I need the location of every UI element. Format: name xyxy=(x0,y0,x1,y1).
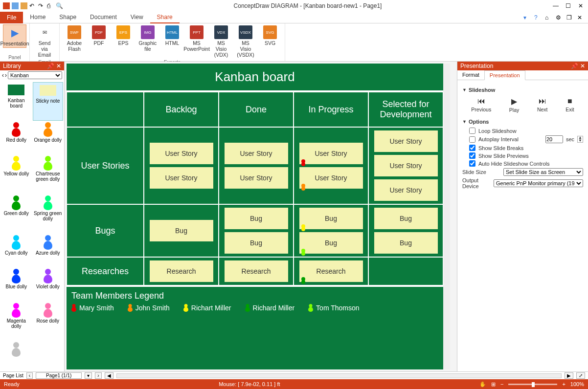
zoom-value[interactable]: 100% xyxy=(570,381,584,387)
export-adobe-flash-button[interactable]: SWFAdobe Flash xyxy=(63,24,86,53)
autoplay-value[interactable] xyxy=(545,135,563,143)
export-graphic-file-button[interactable]: IMGGraphic file xyxy=(136,24,159,53)
horizontal-scrollbar[interactable] xyxy=(116,373,562,378)
export-html-button[interactable]: HTMLHTML xyxy=(160,24,184,47)
library-item-spring-green-dolly[interactable]: Spring green dolly xyxy=(33,195,64,234)
library-item-red-dolly[interactable]: Red dolly xyxy=(1,122,32,155)
library-item-blue-dolly[interactable]: Blue dolly xyxy=(1,268,32,302)
tab-presentation[interactable]: Presentation xyxy=(484,70,525,80)
kanban-cell[interactable]: User StoryUser Story xyxy=(219,127,294,204)
library-item-rose-dolly[interactable]: Rose dolly xyxy=(33,303,64,341)
settings-icon[interactable]: ⚙ xyxy=(556,14,563,21)
kanban-cell[interactable]: Research xyxy=(294,257,368,285)
doc-close-icon[interactable]: ✕ xyxy=(577,14,584,21)
sticky-note[interactable]: Bug xyxy=(374,208,438,229)
export-eps-button[interactable]: EPSEPS xyxy=(112,24,135,47)
library-item-kanban-board[interactable]: Kanban board xyxy=(1,82,32,121)
kanban-cell[interactable]: Research xyxy=(144,257,219,285)
close-icon[interactable]: ✕ xyxy=(578,2,585,9)
tab-shape[interactable]: Shape xyxy=(52,12,83,23)
canvas[interactable]: Kanban board BacklogDoneIn ProgressSelec… xyxy=(65,62,457,371)
kanban-cell[interactable]: BugBug xyxy=(219,204,294,257)
nav-back-icon[interactable]: ‹ xyxy=(2,72,4,79)
play-button[interactable]: ▶Play xyxy=(509,97,519,113)
kanban-cell[interactable]: BugBug xyxy=(368,204,443,257)
zoom-slider[interactable] xyxy=(508,384,557,385)
grid-icon[interactable]: ⊞ xyxy=(491,381,496,388)
pin-icon[interactable]: 📌 xyxy=(571,63,578,69)
sticky-note[interactable]: User Story xyxy=(150,143,213,164)
previous-button[interactable]: ⏮Previous xyxy=(471,97,491,113)
kanban-cell[interactable]: User StoryUser StoryUser Story xyxy=(368,127,443,204)
export-svg-button[interactable]: SVGSVG xyxy=(258,24,282,47)
hscroll-right-button[interactable]: ▶ xyxy=(565,372,573,379)
zoom-in-icon[interactable]: + xyxy=(562,381,565,387)
library-item-green-dolly[interactable]: Green dolly xyxy=(1,195,32,234)
autohide-checkbox[interactable] xyxy=(469,160,475,167)
tab-share[interactable]: Share xyxy=(150,12,180,23)
tab-document[interactable]: Document xyxy=(83,12,124,23)
sticky-note[interactable]: Research xyxy=(225,260,288,282)
library-item-orange-dolly[interactable]: Orange dolly xyxy=(33,122,64,155)
library-item-gray-dolly[interactable] xyxy=(1,342,32,369)
home-icon[interactable]: ⌂ xyxy=(545,14,552,21)
page-next-button[interactable]: › xyxy=(95,372,101,379)
sticky-note[interactable]: User Story xyxy=(150,167,213,189)
library-item-chartreuse-green-dolly[interactable]: Chartreuse green dolly xyxy=(33,155,64,194)
file-tab[interactable]: File xyxy=(0,12,23,23)
exit-button[interactable]: ■Exit xyxy=(565,97,574,113)
sticky-note[interactable]: User Story xyxy=(299,143,363,164)
undo-icon[interactable]: ↶ xyxy=(29,2,36,9)
tab-home[interactable]: Home xyxy=(23,12,52,23)
autoplay-checkbox[interactable] xyxy=(469,136,475,143)
minimize-icon[interactable]: — xyxy=(553,2,560,9)
zoom-out-icon[interactable]: − xyxy=(500,381,503,387)
pin-icon[interactable]: 📌 xyxy=(47,63,54,69)
sticky-note[interactable]: Research xyxy=(150,260,213,282)
library-item-cyan-dolly[interactable]: Cyan dolly xyxy=(1,235,32,268)
spinner-icon[interactable]: ▲▼ xyxy=(577,136,583,143)
fit-button[interactable]: ⤢ xyxy=(576,372,585,379)
sticky-note[interactable]: Bug xyxy=(374,232,438,254)
hscroll-left-button[interactable]: ◀ xyxy=(105,372,113,379)
loop-checkbox[interactable] xyxy=(469,128,475,134)
vertical-scrollbar[interactable] xyxy=(443,64,450,369)
export-ms-visio-vsdx--button[interactable]: VSDXMS Visio (VSDX) xyxy=(234,24,257,59)
library-item-azure-dolly[interactable]: Azure dolly xyxy=(33,235,64,268)
sticky-note[interactable]: User Story xyxy=(374,130,438,152)
library-select[interactable]: Kanban xyxy=(8,71,62,79)
sticky-note[interactable]: User Story xyxy=(225,143,288,164)
kanban-board[interactable]: Kanban board BacklogDoneIn ProgressSelec… xyxy=(67,64,443,369)
sticky-note[interactable]: Bug xyxy=(299,232,363,254)
sticky-note[interactable]: User Story xyxy=(374,179,438,201)
presentation-panel-button[interactable]: ▶ Presentation xyxy=(3,24,26,48)
sticky-note[interactable]: Bug xyxy=(225,232,288,254)
library-item-violet-dolly[interactable]: Violet dolly xyxy=(33,268,64,302)
sticky-note[interactable]: User Story xyxy=(299,167,363,189)
export-ms-powerpoint-button[interactable]: PPTMS PowerPoint xyxy=(185,24,208,53)
panel-close-icon[interactable]: ✕ xyxy=(56,63,61,69)
panel-close-icon[interactable]: ✕ xyxy=(580,63,585,69)
kanban-cell[interactable]: User StoryUser Story xyxy=(144,127,219,204)
export-pdf-button[interactable]: PDFPDF xyxy=(87,24,111,47)
sticky-note[interactable]: Bug xyxy=(225,208,288,229)
slide-size-select[interactable]: Set Slide Size as Screen xyxy=(503,168,583,176)
kanban-cell[interactable]: Bug xyxy=(144,204,219,257)
library-item-magenta-dolly[interactable]: Magenta dolly xyxy=(1,303,32,341)
page-prev-button[interactable]: ‹ xyxy=(26,372,33,379)
page-dropdown-button[interactable]: ▾ xyxy=(85,372,92,379)
new-icon[interactable] xyxy=(12,2,19,9)
sticky-note[interactable]: Research xyxy=(299,260,363,282)
print-icon[interactable]: ⎙ xyxy=(47,2,54,9)
hand-icon[interactable]: ✋ xyxy=(479,381,486,388)
breaks-checkbox[interactable] xyxy=(469,145,475,151)
sticky-note[interactable]: User Story xyxy=(225,167,288,189)
preview-icon[interactable]: 🔍 xyxy=(56,2,63,9)
help-icon[interactable]: ? xyxy=(534,14,541,21)
export-ms-visio-vdx--button[interactable]: VDXMS Visio (VDX) xyxy=(209,24,233,59)
next-button[interactable]: ⏭Next xyxy=(537,97,548,113)
library-item-yellow-dolly[interactable]: Yellow dolly xyxy=(1,155,32,194)
nav-forward-icon[interactable]: › xyxy=(5,72,7,79)
kanban-cell[interactable]: Research xyxy=(219,257,294,285)
tab-format[interactable]: Format xyxy=(457,70,484,80)
